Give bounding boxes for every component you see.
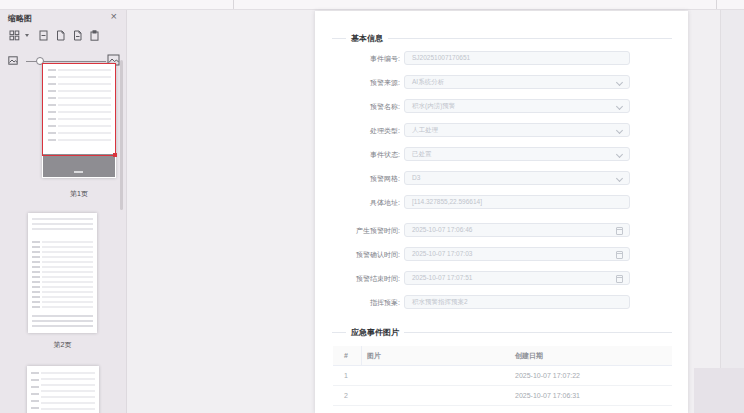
- section-title-event-images: 应急事件图片: [346, 327, 404, 338]
- field-label: 事件编号:: [315, 54, 400, 64]
- cell-index: 1: [333, 366, 361, 385]
- thumbnail-page-1[interactable]: [42, 63, 116, 178]
- cell-image: [361, 366, 515, 385]
- field-row: 预警确认时间: 2025-10-07 17:07:03: [315, 247, 688, 261]
- table-row: 2 2025-10-07 17:06:31: [333, 386, 672, 406]
- field-label: 产生预警时间:: [315, 226, 400, 236]
- field-row: 产生预警时间: 2025-10-07 17:06:46: [315, 223, 688, 237]
- mini-wide-lines: [32, 315, 93, 328]
- field-label: 处理类型:: [315, 126, 400, 136]
- right-panel-edge: [720, 10, 744, 413]
- remove-page-icon[interactable]: [37, 30, 49, 42]
- document-page: 基本信息 事件编号: SJ20251007170651 预警来源: AI系统分析…: [315, 11, 688, 413]
- thumbnail-toolbar: [8, 29, 105, 42]
- thumbnail-page-3[interactable]: [27, 366, 99, 413]
- field-row: 预警网格: D3: [315, 171, 688, 185]
- table-header-created: 创建日期: [515, 346, 672, 365]
- field-label: 指挥预案:: [315, 298, 400, 308]
- mini-form-lines: [41, 372, 95, 413]
- close-icon[interactable]: ×: [111, 11, 117, 22]
- section-title-basic-info: 基本信息: [346, 33, 388, 44]
- field-label: 预警名称:: [315, 102, 400, 112]
- event-images-table: # 图片 创建日期 1 2025-10-07 17:07:22 2 2025-1…: [333, 346, 672, 406]
- thumbnail-page-2[interactable]: [28, 213, 97, 333]
- alert-source-select[interactable]: AI系统分析: [404, 75, 630, 89]
- table-header-row: # 图片 创建日期: [333, 346, 672, 366]
- chevron-down-icon: [616, 127, 623, 134]
- viewport-indicator[interactable]: [42, 63, 116, 156]
- field-row: 指挥预案: 积水预警指挥预案2: [315, 295, 688, 309]
- address-input[interactable]: [114.327855,22.596614]: [404, 195, 630, 209]
- field-label: 预警确认时间:: [315, 250, 400, 260]
- mini-form-lines: [42, 241, 93, 311]
- calendar-icon: [616, 275, 623, 283]
- field-label: 预警网格:: [315, 174, 400, 184]
- cell-image: [361, 386, 515, 405]
- confirm-time-picker[interactable]: 2025-10-07 17:07:03: [404, 247, 630, 261]
- sidebar-scrollbar[interactable]: [120, 60, 123, 210]
- event-id-input[interactable]: SJ20251007170651: [404, 51, 630, 65]
- field-row: 预警名称: 积水(内涝)预警: [315, 99, 688, 113]
- view-mode-icon[interactable]: [8, 30, 20, 42]
- cell-created: 2025-10-07 17:07:22: [515, 366, 672, 385]
- chevron-down-icon: [616, 103, 623, 110]
- alert-grid-select[interactable]: D3: [404, 171, 630, 185]
- calendar-icon: [616, 251, 623, 259]
- chevron-down-icon: [616, 79, 623, 86]
- field-label: 具体地址:: [315, 198, 400, 208]
- paste-page-icon[interactable]: [88, 30, 100, 42]
- field-row: 预警结束时间: 2025-10-07 17:07:51: [315, 271, 688, 285]
- mini-image-block: [43, 154, 115, 177]
- thumbnail-panel: 缩略图 ×: [0, 10, 127, 413]
- window-top-strip: [0, 0, 744, 10]
- extract-page-icon[interactable]: [71, 30, 83, 42]
- field-row: 处理类型: 人工处理: [315, 123, 688, 137]
- section-divider: 基本信息: [332, 33, 672, 43]
- copy-page-icon[interactable]: [54, 30, 66, 42]
- field-label: 预警结束时间:: [315, 274, 400, 284]
- command-plan-input[interactable]: 积水预警指挥预案2: [404, 295, 630, 309]
- calendar-icon: [616, 227, 623, 235]
- field-label: 预警来源:: [315, 78, 400, 88]
- field-row: 事件编号: SJ20251007170651: [315, 51, 688, 65]
- field-row: 事件状态: 已处置: [315, 147, 688, 161]
- table-row: 1 2025-10-07 17:07:22: [333, 366, 672, 386]
- chevron-down-icon: [616, 151, 623, 158]
- page-label: 第1页: [42, 189, 116, 199]
- field-label: 事件状态:: [315, 150, 400, 160]
- panel-title: 缩略图: [8, 13, 32, 24]
- page-label: 第2页: [26, 340, 99, 350]
- small-thumbnail-icon[interactable]: [8, 56, 18, 65]
- cell-created: 2025-10-07 17:06:31: [515, 386, 672, 405]
- table-header-image: 图片: [361, 346, 515, 365]
- section-divider: 应急事件图片: [332, 327, 672, 337]
- chevron-down-icon: [616, 175, 623, 182]
- mini-table-lines: [32, 218, 93, 231]
- table-header-index: #: [333, 346, 361, 365]
- alert-time-picker[interactable]: 2025-10-07 17:06:46: [404, 223, 630, 237]
- field-row: 具体地址: [114.327855,22.596614]: [315, 195, 688, 209]
- field-row: 预警来源: AI系统分析: [315, 75, 688, 89]
- chevron-down-icon[interactable]: [25, 34, 29, 37]
- event-status-select[interactable]: 已处置: [404, 147, 630, 161]
- end-time-picker[interactable]: 2025-10-07 17:07:51: [404, 271, 630, 285]
- background-window-corner: [694, 368, 744, 413]
- alert-name-select[interactable]: 积水(内涝)预警: [404, 99, 630, 113]
- cell-index: 2: [333, 386, 361, 405]
- handle-type-select[interactable]: 人工处理: [404, 123, 630, 137]
